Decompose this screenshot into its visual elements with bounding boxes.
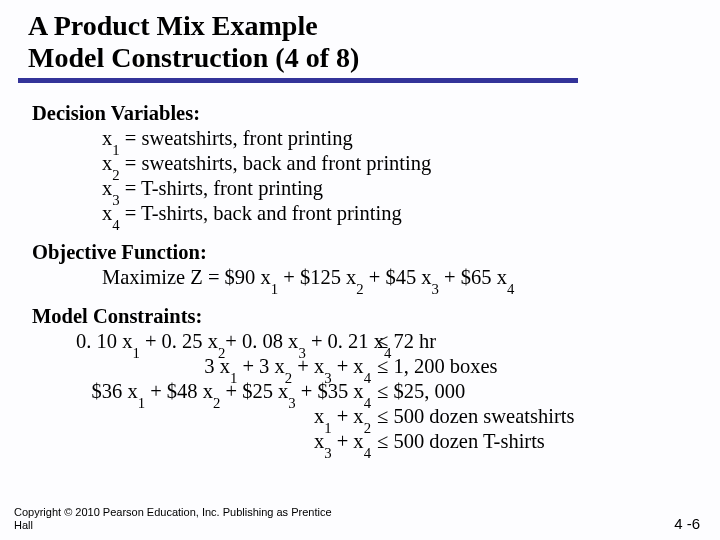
dv-x4: x4 = T-shirts, back and front printing: [32, 201, 692, 226]
constraint-3-rhs: ≤ $25, 000: [371, 379, 465, 404]
slide-body: Decision Variables: x1 = sweatshirts, fr…: [0, 83, 720, 454]
title-block: A Product Mix Example Model Construction…: [0, 0, 720, 74]
copyright-footer: Copyright © 2010 Pearson Education, Inc.…: [14, 506, 354, 532]
constraint-row-4: x1 + x2 ≤ 500 dozen sweatshirts: [76, 404, 692, 429]
decision-variables-heading: Decision Variables:: [32, 101, 692, 126]
footer-line-2: Hall: [14, 519, 33, 531]
title-line-1: A Product Mix Example: [28, 10, 318, 41]
objective-function: Maximize Z = $90 x1 + $125 x2 + $45 x3 +…: [32, 265, 692, 290]
slide: A Product Mix Example Model Construction…: [0, 0, 720, 540]
constraints-block: 0. 10 x1 + 0. 25 x2+ 0. 08 x3 + 0. 21 x4…: [32, 329, 692, 454]
model-constraints-heading: Model Constraints:: [32, 304, 692, 329]
constraint-5-rhs: ≤ 500 dozen T-shirts: [371, 429, 545, 454]
constraint-4-lhs: x1 + x2: [76, 404, 371, 429]
constraint-row-3: $36 x1 + $48 x2 + $25 x3 + $35 x4 ≤ $25,…: [76, 379, 692, 404]
dv-x1: x1 = sweatshirts, front printing: [32, 126, 692, 151]
slide-title: A Product Mix Example Model Construction…: [28, 10, 720, 74]
title-line-2: Model Construction (4 of 8): [28, 42, 359, 73]
page-number: 4 -6: [674, 515, 700, 532]
constraint-row-1: 0. 10 x1 + 0. 25 x2+ 0. 08 x3 + 0. 21 x4…: [76, 329, 692, 354]
objective-function-heading: Objective Function:: [32, 240, 692, 265]
constraint-row-5: x3 + x4 ≤ 500 dozen T-shirts: [76, 429, 692, 454]
constraint-1-rhs: ≤ 72 hr: [371, 329, 436, 354]
footer-line-1: Copyright © 2010 Pearson Education, Inc.…: [14, 506, 332, 518]
constraint-1-lhs: 0. 10 x1 + 0. 25 x2+ 0. 08 x3 + 0. 21 x4: [76, 329, 371, 354]
constraint-4-rhs: ≤ 500 dozen sweatshirts: [371, 404, 574, 429]
dv-x3: x3 = T-shirts, front printing: [32, 176, 692, 201]
dv-x2: x2 = sweatshirts, back and front printin…: [32, 151, 692, 176]
